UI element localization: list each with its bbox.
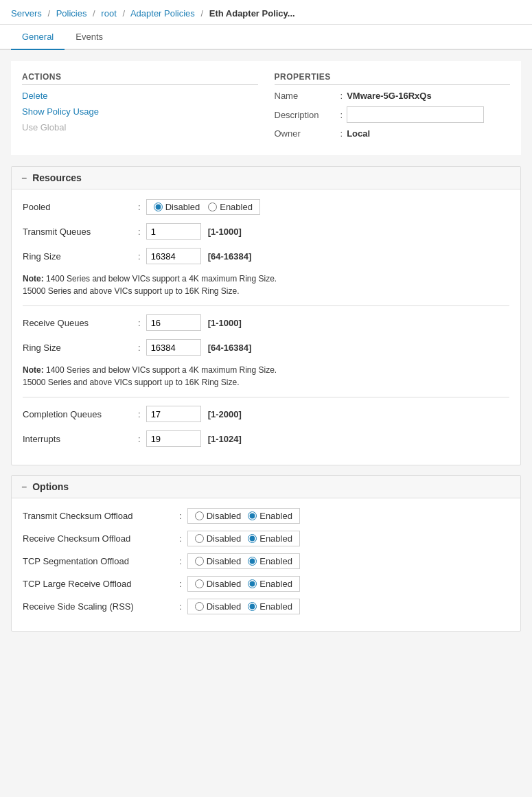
rx-ring-size-range: [64-16384]: [208, 343, 252, 353]
receive-checksum-disabled-label[interactable]: Disabled: [195, 533, 242, 544]
transmit-checksum-enabled-radio[interactable]: [248, 511, 257, 520]
rx-ring-size-input[interactable]: [146, 339, 201, 356]
owner-row: Owner : Local: [275, 128, 511, 139]
pooled-row: Pooled : Disabled Enabled: [23, 199, 509, 215]
tx-ring-size-label: Ring Size: [23, 251, 132, 262]
breadcrumb-servers[interactable]: Servers: [11, 8, 42, 19]
rx-ring-size-row: Ring Size : [64-16384]: [23, 339, 509, 356]
pooled-enabled-text: Enabled: [220, 202, 253, 212]
transmit-checksum-row: Transmit Checksum Offload : Disabled Ena…: [23, 508, 509, 524]
receive-queues-range: [1-1000]: [208, 318, 242, 328]
tab-general[interactable]: General: [11, 25, 65, 50]
pooled-disabled-radio[interactable]: [154, 203, 163, 211]
description-sep: :: [340, 110, 343, 120]
transmit-queues-range: [1-1000]: [208, 227, 242, 237]
breadcrumb: Servers / Policies / root / Adapter Poli…: [0, 0, 532, 25]
tcp-segmentation-sep: :: [179, 556, 182, 566]
owner-label: Owner: [275, 128, 336, 139]
breadcrumb-current: Eth Adapter Policy...: [209, 8, 295, 19]
tcp-large-receive-disabled-text: Disabled: [207, 579, 242, 589]
interrupts-row: Interrupts : [1-1024]: [23, 430, 509, 447]
rss-enabled-label[interactable]: Enabled: [248, 601, 292, 612]
pooled-enabled-radio[interactable]: [208, 203, 217, 211]
resources-collapse-icon[interactable]: −: [21, 172, 27, 183]
tcp-segmentation-row: TCP Segmentation Offload : Disabled Enab…: [23, 553, 509, 569]
breadcrumb-sep-2: /: [93, 8, 95, 19]
interrupts-label: Interrupts: [23, 434, 132, 444]
receive-checksum-enabled-label[interactable]: Enabled: [248, 533, 292, 544]
breadcrumb-sep-4: /: [200, 8, 203, 19]
rx-completion-divider: [23, 397, 509, 397]
show-policy-usage-link[interactable]: Show Policy Usage: [22, 106, 258, 117]
tcp-segmentation-label: TCP Segmentation Offload: [23, 556, 174, 566]
receive-checksum-disabled-radio[interactable]: [195, 534, 204, 543]
delete-link[interactable]: Delete: [22, 91, 258, 101]
receive-queues-input[interactable]: [146, 314, 201, 331]
interrupts-input[interactable]: [146, 430, 201, 447]
receive-queues-label: Receive Queues: [23, 318, 132, 328]
transmit-checksum-enabled-label[interactable]: Enabled: [248, 511, 292, 521]
interrupts-sep: :: [138, 434, 141, 444]
tcp-large-receive-row: TCP Large Receive Offload : Disabled Ena…: [23, 576, 509, 592]
resources-title: Resources: [32, 172, 82, 183]
tx-ring-size-input[interactable]: [146, 248, 201, 264]
rss-enabled-radio[interactable]: [248, 602, 257, 611]
tcp-large-receive-radio-group: Disabled Enabled: [187, 576, 300, 592]
properties-header: Properties: [275, 72, 511, 85]
tcp-segmentation-enabled-radio[interactable]: [248, 557, 257, 566]
completion-queues-row: Completion Queues : [1-2000]: [23, 406, 509, 422]
main-content: Actions Delete Show Policy Usage Use Glo…: [0, 50, 532, 652]
name-label: Name: [275, 91, 336, 101]
tcp-large-receive-enabled-text: Enabled: [259, 579, 292, 589]
pooled-disabled-text: Disabled: [165, 202, 200, 212]
breadcrumb-sep-1: /: [47, 8, 50, 19]
pooled-enabled-label[interactable]: Enabled: [208, 202, 253, 212]
tcp-large-receive-sep: :: [179, 579, 182, 589]
rss-label: Receive Side Scaling (RSS): [23, 601, 174, 612]
tx-ring-size-sep: :: [138, 251, 141, 262]
name-sep: :: [340, 91, 343, 101]
transmit-queues-sep: :: [138, 227, 141, 237]
transmit-checksum-disabled-label[interactable]: Disabled: [195, 511, 242, 521]
completion-queues-sep: :: [138, 409, 141, 419]
description-row: Description :: [275, 106, 511, 123]
options-title: Options: [32, 481, 69, 492]
receive-checksum-sep: :: [179, 533, 182, 544]
options-body: Transmit Checksum Offload : Disabled Ena…: [12, 498, 520, 631]
transmit-checksum-enabled-text: Enabled: [259, 511, 292, 521]
tcp-large-receive-enabled-radio[interactable]: [248, 579, 257, 588]
tcp-segmentation-disabled-text: Disabled: [207, 556, 242, 566]
tcp-segmentation-disabled-radio[interactable]: [195, 557, 204, 566]
description-input[interactable]: [347, 106, 484, 123]
tab-bar: General Events: [0, 25, 532, 50]
tcp-segmentation-enabled-label[interactable]: Enabled: [248, 556, 292, 566]
breadcrumb-sep-3: /: [122, 8, 125, 19]
tab-events[interactable]: Events: [65, 25, 114, 50]
tcp-large-receive-disabled-radio[interactable]: [195, 579, 204, 588]
receive-checksum-enabled-radio[interactable]: [248, 534, 257, 543]
receive-queues-row: Receive Queues : [1-1000]: [23, 314, 509, 331]
transmit-queues-row: Transmit Queues : [1-1000]: [23, 223, 509, 240]
transmit-checksum-sep: :: [179, 511, 182, 521]
options-collapse-icon[interactable]: −: [21, 481, 27, 492]
transmit-checksum-radio-group: Disabled Enabled: [187, 508, 300, 524]
completion-queues-input[interactable]: [146, 406, 201, 422]
tcp-large-receive-enabled-label[interactable]: Enabled: [248, 579, 292, 589]
breadcrumb-policies[interactable]: Policies: [56, 8, 87, 19]
tcp-large-receive-disabled-label[interactable]: Disabled: [195, 579, 242, 589]
tx-ring-size-range: [64-16384]: [208, 251, 252, 262]
transmit-queues-input[interactable]: [146, 223, 201, 240]
tcp-segmentation-disabled-label[interactable]: Disabled: [195, 556, 242, 566]
receive-checksum-enabled-text: Enabled: [259, 533, 292, 544]
transmit-checksum-label: Transmit Checksum Offload: [23, 511, 174, 521]
rss-disabled-radio[interactable]: [195, 602, 204, 611]
breadcrumb-adapter-policies[interactable]: Adapter Policies: [130, 8, 195, 19]
completion-queues-range: [1-2000]: [208, 409, 242, 419]
rss-disabled-label[interactable]: Disabled: [195, 601, 242, 612]
tx-rx-divider: [23, 305, 509, 306]
tcp-large-receive-label: TCP Large Receive Offload: [23, 579, 174, 589]
name-row: Name : VMware-5G-16RxQs: [275, 91, 511, 101]
transmit-checksum-disabled-radio[interactable]: [195, 511, 204, 520]
pooled-disabled-label[interactable]: Disabled: [154, 202, 200, 212]
breadcrumb-root[interactable]: root: [101, 8, 116, 19]
